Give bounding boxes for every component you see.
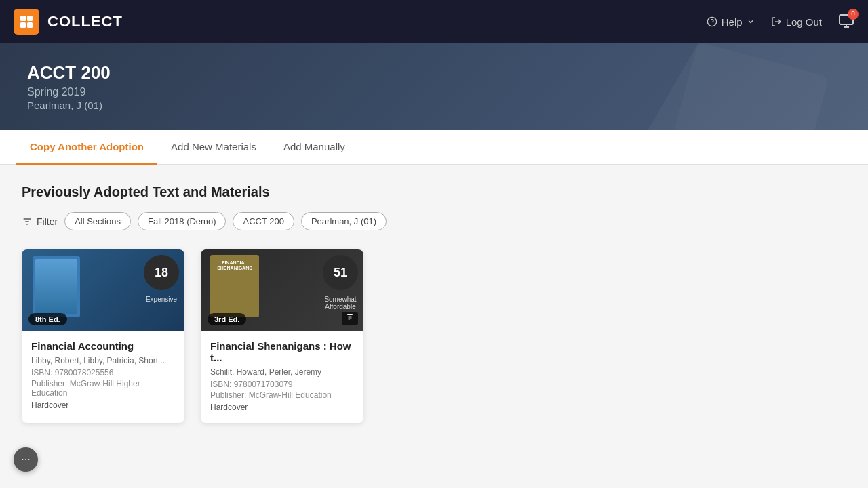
price-label-2: Somewhat Affordable xyxy=(323,296,358,310)
svg-rect-1 xyxy=(27,16,33,21)
filter-chip-course[interactable]: ACCT 200 xyxy=(233,212,294,230)
filter-chip-instructor[interactable]: Pearlman, J (01) xyxy=(301,212,387,230)
book-authors-2: Schilit, Howard, Perler, Jeremy xyxy=(210,367,354,377)
book-format-1: Hardcover xyxy=(31,401,175,410)
top-navbar: COLLECT Help Log Out xyxy=(0,0,868,43)
nav-actions: Help Log Out 0 xyxy=(707,13,854,31)
main-content: Previously Adopted Text and Materials Fi… xyxy=(0,165,868,442)
fab-button[interactable]: ··· xyxy=(14,447,38,472)
tab-bar: Copy Another Adoption Add New Materials … xyxy=(0,130,868,165)
filter-bar: Filter All Sections Fall 2018 (Demo) ACC… xyxy=(22,212,846,230)
section-title: Previously Adopted Text and Materials xyxy=(22,184,846,200)
edition-badge-1: 8th Ed. xyxy=(28,313,67,325)
logout-button[interactable]: Log Out xyxy=(771,16,822,28)
course-term: Spring 2019 xyxy=(27,86,841,98)
tab-add-materials[interactable]: Add New Materials xyxy=(157,130,270,165)
book-card-image-2: FINANCIALSHENANIGANS 51 Somewhat Afforda… xyxy=(201,249,363,331)
price-label-1: Expensive xyxy=(144,296,179,303)
book-card-body-2: Financial Shenanigans : How t... Schilit… xyxy=(201,331,363,423)
score-badge-2: 51 xyxy=(323,255,358,290)
app-logo xyxy=(14,9,39,35)
course-code: ACCT 200 xyxy=(27,62,841,83)
book-thumbnail-1 xyxy=(33,256,80,317)
tab-add-manually[interactable]: Add Manually xyxy=(270,130,359,165)
filter-button[interactable]: Filter xyxy=(22,216,58,227)
book-authors-1: Libby, Robert, Libby, Patricia, Short... xyxy=(31,356,175,365)
svg-rect-2 xyxy=(20,22,26,28)
cart-badge: 0 xyxy=(848,9,859,20)
tab-copy-adoption[interactable]: Copy Another Adoption xyxy=(16,130,157,165)
book-card-financial-shenanigans[interactable]: FINANCIALSHENANIGANS 51 Somewhat Afforda… xyxy=(201,249,363,423)
book-card-financial-accounting[interactable]: 18 Expensive 8th Ed. Financial Accountin… xyxy=(22,249,184,423)
book-format-2: Hardcover xyxy=(210,403,354,412)
format-icon-2 xyxy=(342,312,358,325)
edition-badge-2: 3rd Ed. xyxy=(208,313,246,325)
svg-rect-0 xyxy=(20,16,26,21)
filter-chip-term[interactable]: Fall 2018 (Demo) xyxy=(138,212,226,230)
book-title-1: Financial Accounting xyxy=(31,340,175,352)
cart-button[interactable]: 0 xyxy=(838,13,854,31)
brand-area: COLLECT xyxy=(14,9,123,35)
course-instructor: Pearlman, J (01) xyxy=(27,100,841,111)
book-isbn-1: ISBN: 9780078025556 xyxy=(31,368,175,378)
app-title: COLLECT xyxy=(47,13,123,30)
book-publisher-1: Publisher: McGraw-Hill Higher Education xyxy=(31,379,175,398)
book-isbn-2: ISBN: 9780071703079 xyxy=(210,380,354,389)
book-thumbnail-2: FINANCIALSHENANIGANS xyxy=(210,255,259,317)
hero-section: ACCT 200 Spring 2019 Pearlman, J (01) xyxy=(0,43,868,130)
filter-chip-all-sections[interactable]: All Sections xyxy=(64,212,131,230)
book-card-body-1: Financial Accounting Libby, Robert, Libb… xyxy=(22,331,184,421)
score-badge-1: 18 xyxy=(144,255,179,290)
help-button[interactable]: Help xyxy=(707,16,755,28)
book-card-image-1: 18 Expensive 8th Ed. xyxy=(22,249,184,331)
book-publisher-2: Publisher: McGraw-Hill Education xyxy=(210,390,354,400)
book-title-2: Financial Shenanigans : How t... xyxy=(210,340,354,363)
svg-rect-3 xyxy=(27,22,33,28)
books-grid: 18 Expensive 8th Ed. Financial Accountin… xyxy=(22,249,846,423)
